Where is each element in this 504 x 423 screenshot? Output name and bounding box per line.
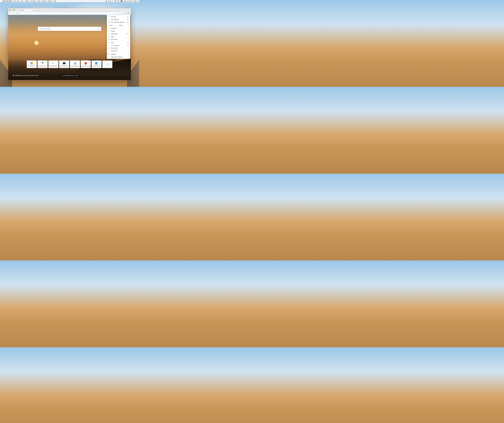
menu-new-inprivate[interactable]: ▧ New InPrivate Window ⇧⌘N bbox=[107, 21, 130, 24]
bing-search-bar[interactable] bbox=[38, 27, 101, 31]
menu-favorites[interactable]: ☆ Favorites 〉 bbox=[107, 27, 130, 30]
new-tab-page: www.microsoft...www.xbox.commicrosoft.vi… bbox=[8, 15, 131, 80]
minimize-window-button[interactable] bbox=[12, 9, 13, 11]
menubar-edit[interactable]: Edit bbox=[17, 0, 19, 2]
menu-history[interactable]: ↻ History 〉 bbox=[107, 30, 130, 32]
menu-read-aloud-label: Read Aloud bbox=[111, 47, 129, 49]
menu-find[interactable]: ⌕ Find on Page... ⌘F bbox=[107, 44, 130, 47]
close-window-button[interactable] bbox=[9, 9, 11, 11]
feedback-smiley-button[interactable] bbox=[124, 12, 127, 15]
refresh-button[interactable] bbox=[16, 12, 18, 15]
address-bar[interactable]: ☆ bbox=[19, 12, 120, 15]
menubar-file[interactable]: File bbox=[13, 0, 16, 2]
zoom-in-button[interactable]: + bbox=[123, 24, 127, 27]
menubar-history[interactable]: History bbox=[25, 0, 29, 2]
battery-icon[interactable] bbox=[120, 0, 123, 2]
top-site-tile[interactable]: www.microsoft... bbox=[27, 60, 37, 68]
tile-label: microsoft.visua... bbox=[49, 65, 58, 67]
favorite-star-icon[interactable]: ☆ bbox=[118, 12, 119, 14]
bing-caption-text: Midnight sun returns to the Arctic Circl… bbox=[15, 75, 38, 76]
menubar-favorites[interactable]: Favorites bbox=[30, 0, 36, 2]
add-tile-button[interactable]: ＋ bbox=[102, 60, 112, 68]
profile-button[interactable] bbox=[121, 12, 124, 15]
menu-help[interactable]: ? Help and Feedback bbox=[107, 56, 130, 58]
menubar-profiles[interactable]: Profiles bbox=[42, 0, 46, 2]
new-tab-button[interactable]: ＋ bbox=[36, 9, 39, 12]
menu-new-tab-shortcut: ⌘T bbox=[127, 16, 129, 18]
tile-label: www.microsoft... bbox=[71, 65, 79, 67]
siri-icon[interactable]: ◉ bbox=[135, 0, 136, 2]
read-aloud-icon: A⁾ bbox=[108, 47, 110, 49]
menu-more-tools[interactable]: More Tools 〉 bbox=[107, 49, 130, 52]
window-titlebar[interactable]: ⊞ New Tab ✕ ＋ bbox=[8, 8, 131, 12]
menubar-tools[interactable]: Tools bbox=[37, 0, 40, 2]
menubar-view[interactable]: View bbox=[21, 0, 24, 2]
menu-apps[interactable]: ⊞ Apps 〉 bbox=[107, 35, 130, 38]
menubar-help[interactable]: Help bbox=[54, 0, 56, 2]
menu-read-aloud[interactable]: A⁾ Read Aloud bbox=[107, 47, 130, 49]
address-input[interactable] bbox=[22, 12, 117, 14]
spotlight-icon[interactable] bbox=[132, 0, 133, 2]
menu-settings[interactable]: ⚙ Settings ⌘, bbox=[107, 53, 130, 56]
zoom-out-button[interactable]: − bbox=[115, 24, 118, 27]
menu-help-label: Help and Feedback bbox=[111, 56, 129, 58]
top-site-tile[interactable]: Pwww.office.com bbox=[81, 60, 91, 68]
menubar-app-name[interactable]: Microsoft Edge bbox=[3, 0, 12, 2]
print-icon: ⎙ bbox=[108, 42, 110, 43]
menu-history-label: History bbox=[111, 30, 127, 32]
bing-search-input[interactable] bbox=[40, 28, 98, 30]
top-site-tile[interactable]: Ooutlook.live.com bbox=[91, 60, 102, 68]
menubar-clock[interactable]: Wed 2:27 PM bbox=[124, 0, 131, 2]
menu-more-tools-label: More Tools bbox=[111, 50, 127, 52]
menu-settings-label: Settings bbox=[111, 53, 126, 55]
svg-point-11 bbox=[128, 13, 128, 13]
chevron-right-icon: 〉 bbox=[128, 36, 129, 37]
menubar-window[interactable]: Window bbox=[48, 0, 52, 2]
back-button[interactable] bbox=[9, 12, 12, 15]
powerpoint-icon: P bbox=[84, 62, 87, 65]
outlook-icon: O bbox=[95, 62, 98, 65]
tab-close-button[interactable]: ✕ bbox=[33, 9, 35, 11]
wifi-icon[interactable] bbox=[114, 0, 116, 2]
status-icon-2[interactable]: ✿ bbox=[110, 0, 111, 2]
status-icon-1[interactable]: ❂ bbox=[108, 0, 109, 2]
menu-new-window[interactable]: □ New Window ⌘N bbox=[107, 18, 130, 21]
svg-point-10 bbox=[126, 13, 126, 13]
menu-new-window-shortcut: ⌘N bbox=[127, 19, 129, 20]
menu-downloads-label: Downloads bbox=[111, 33, 124, 35]
menu-print-label: Print... bbox=[111, 42, 126, 43]
menu-print[interactable]: ⎙ Print... ⌘P bbox=[107, 41, 130, 44]
top-site-tile[interactable]: www.microsoft... bbox=[70, 60, 80, 68]
fullscreen-button[interactable]: ⤢ bbox=[127, 24, 130, 27]
zoom-value: 100% bbox=[118, 24, 123, 26]
top-site-tile[interactable]: microsoft.visua... bbox=[48, 60, 59, 68]
top-site-tile[interactable]: www.xbox.com bbox=[38, 60, 48, 68]
menu-zoom-row: Zoom − 100% + ⤢ bbox=[107, 24, 130, 27]
dropbox-icon[interactable]: ⬓ bbox=[106, 0, 107, 2]
battery-percent: 94% bbox=[117, 0, 119, 2]
mac-menubar: Microsoft Edge File Edit View History Fa… bbox=[0, 0, 139, 2]
settings-and-more-button[interactable] bbox=[127, 12, 130, 15]
menu-downloads[interactable]: ⭳ Downloads ⌥⌘L bbox=[107, 32, 130, 35]
bing-image-caption[interactable]: b Midnight sun returns to the Arctic Cir… bbox=[13, 74, 38, 76]
bing-search-icon[interactable] bbox=[98, 28, 100, 30]
extensions-icon: ✥ bbox=[108, 38, 110, 40]
notification-center-icon[interactable]: ☰ bbox=[137, 0, 138, 2]
svg-rect-2 bbox=[123, 1, 123, 1]
chevron-down-icon bbox=[61, 75, 62, 76]
menu-extensions-label: Extensions bbox=[111, 38, 129, 40]
top-site-tile[interactable]: 343www.343indus... bbox=[59, 60, 69, 68]
tab-new-tab[interactable]: ⊞ New Tab ✕ bbox=[16, 9, 36, 12]
fullscreen-window-button[interactable] bbox=[13, 9, 15, 11]
personalized-news-button[interactable]: Personalized news & more bbox=[59, 74, 80, 77]
menu-new-tab[interactable]: ▭ New Tab ⌘T bbox=[107, 15, 130, 18]
globe-icon[interactable]: 🜨 bbox=[112, 0, 113, 2]
menu-extensions[interactable]: ✥ Extensions bbox=[107, 38, 130, 41]
menu-apps-label: Apps bbox=[111, 36, 127, 37]
new-tab-icon: ▭ bbox=[108, 16, 110, 18]
settings-menu: ▭ New Tab ⌘T □ New Window ⌘N ▧ New InPri… bbox=[107, 15, 130, 59]
svg-point-13 bbox=[129, 13, 129, 13]
forward-button[interactable] bbox=[12, 12, 15, 15]
tile-label: www.office.com bbox=[82, 65, 90, 67]
browser-toolbar: ☆ bbox=[8, 12, 131, 15]
